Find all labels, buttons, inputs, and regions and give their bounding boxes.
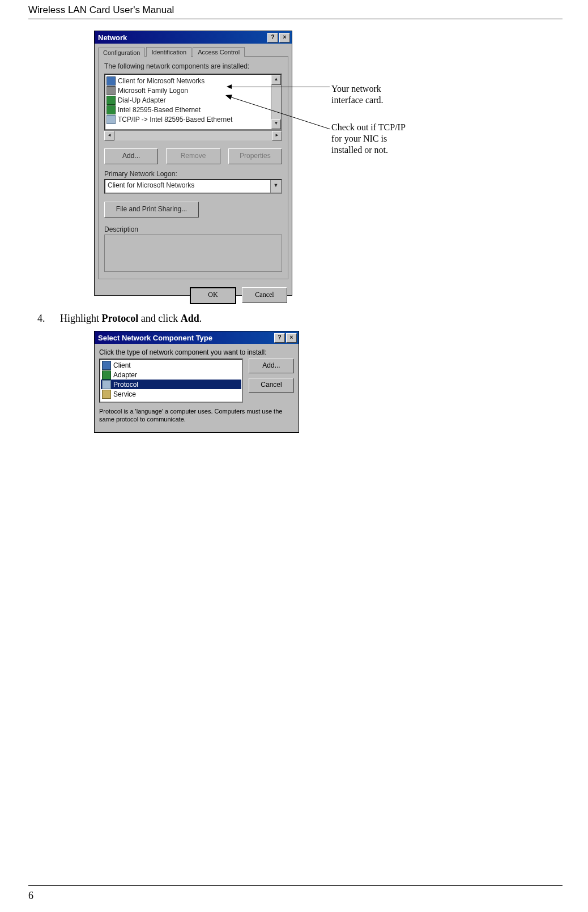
chevron-down-icon[interactable]: ▼	[270, 180, 281, 193]
annotation-arrow-head	[227, 84, 232, 89]
description-label: Description	[104, 225, 282, 233]
type-item-label: Adapter	[113, 371, 137, 379]
protocol-icon	[102, 380, 111, 389]
file-print-sharing-button[interactable]: File and Print Sharing...	[104, 202, 199, 218]
service-icon	[102, 390, 111, 399]
component-description: Protocol is a 'language' a computer uses…	[99, 407, 294, 423]
list-item-label: TCP/IP -> Intel 82595-Based Ethernet	[118, 116, 232, 123]
step-text-bold: Add	[181, 313, 199, 324]
type-item-client[interactable]: Client	[101, 360, 241, 370]
list-item-label: Microsoft Family Logon	[118, 87, 188, 95]
page: Wireless LAN Card User's Manual Network …	[0, 0, 588, 912]
components-intro: The following network components are ins…	[104, 62, 282, 70]
adapter-icon	[106, 96, 116, 105]
remove-button[interactable]: Remove	[166, 148, 220, 164]
cancel-button[interactable]: Cancel	[249, 378, 294, 393]
cancel-button[interactable]: Cancel	[242, 287, 287, 303]
scroll-left-button[interactable]: ◄	[104, 131, 114, 140]
primary-logon-label: Primary Network Logon:	[104, 170, 282, 178]
client-icon	[102, 361, 111, 370]
properties-button[interactable]: Properties	[228, 148, 282, 164]
annotation-tcpip: Check out if TCP/IP for your NIC is inst…	[331, 122, 406, 156]
annotation-arrow-svg	[225, 91, 333, 133]
scroll-up-button[interactable]: ▲	[271, 75, 281, 85]
list-item-label: Intel 82595-Based Ethernet	[118, 106, 201, 114]
svg-line-0	[228, 96, 330, 129]
type-item-label: Protocol	[113, 381, 138, 389]
protocol-icon	[106, 115, 116, 124]
tab-access-control[interactable]: Access Control	[193, 47, 245, 57]
computer-icon	[106, 76, 116, 86]
svg-marker-1	[225, 95, 232, 100]
component-intro: Click the type of network component you …	[99, 348, 294, 356]
titlebar: Network ? ×	[95, 31, 292, 44]
adapter-icon	[102, 370, 111, 380]
running-header: Wireless LAN Card User's Manual	[28, 5, 174, 16]
dialog-title: Select Network Component Type	[98, 334, 212, 342]
ok-button[interactable]: OK	[190, 287, 236, 304]
list-item-label: Dial-Up Adapter	[118, 96, 166, 104]
description-box	[104, 235, 282, 272]
step-text-segment: and click	[138, 313, 180, 324]
step-text-segment: Highlight	[60, 313, 102, 324]
titlebar: Select Network Component Type ? ×	[95, 331, 299, 344]
network-dialog: Network ? × Configuration Identification…	[94, 31, 292, 296]
help-button[interactable]: ?	[274, 333, 285, 343]
type-item-label: Client	[113, 361, 131, 369]
help-button[interactable]: ?	[267, 33, 278, 42]
close-button[interactable]: ×	[279, 33, 290, 42]
add-button[interactable]: Add...	[249, 359, 294, 373]
annotation-nic: Your network interface card.	[331, 83, 383, 106]
primary-logon-value: Client for Microsoft Networks	[105, 180, 270, 193]
component-type-list[interactable]: Client Adapter Protocol Service	[99, 359, 243, 403]
dialog-title: Network	[98, 33, 127, 42]
header-rule	[28, 19, 563, 19]
type-item-protocol[interactable]: Protocol	[101, 380, 241, 389]
annotation-arrow-line	[231, 87, 330, 87]
tab-strip: Configuration Identification Access Cont…	[98, 47, 288, 57]
tab-panel: The following network components are ins…	[98, 56, 288, 279]
list-item[interactable]: Client for Microsoft Networks	[106, 76, 270, 86]
add-button[interactable]: Add...	[104, 148, 158, 164]
step-4-text: Highlight Protocol and click Add.	[60, 313, 202, 325]
component-type-dialog: Select Network Component Type ? × Click …	[94, 331, 299, 433]
step-4-number: 4.	[37, 313, 45, 325]
tab-identification[interactable]: Identification	[146, 47, 191, 57]
primary-logon-combo[interactable]: Client for Microsoft Networks ▼	[104, 179, 282, 194]
tab-configuration[interactable]: Configuration	[98, 48, 145, 57]
page-number: 6	[28, 890, 33, 902]
step-text-segment: .	[199, 313, 202, 324]
logon-icon	[106, 86, 116, 95]
close-button[interactable]: ×	[286, 333, 297, 343]
type-item-adapter[interactable]: Adapter	[101, 370, 241, 380]
adapter-icon	[106, 105, 116, 114]
list-item-label: Client for Microsoft Networks	[118, 77, 204, 85]
type-item-label: Service	[113, 390, 136, 398]
type-item-service[interactable]: Service	[101, 389, 241, 399]
step-text-bold: Protocol	[102, 313, 139, 324]
footer-rule	[28, 885, 563, 886]
